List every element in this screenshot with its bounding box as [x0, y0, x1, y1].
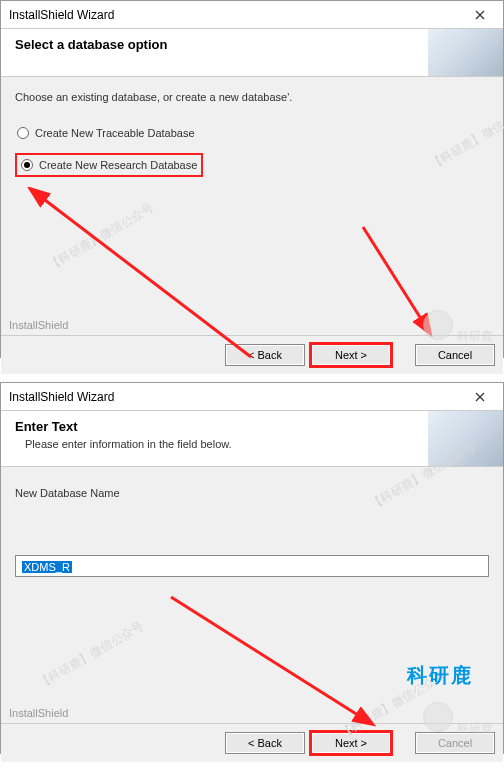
- window-title: InstallShield Wizard: [9, 390, 114, 404]
- radio-label: Create New Traceable Database: [35, 127, 195, 139]
- watermark-badge: 科研鹿: [423, 702, 493, 737]
- instruction-text: Choose an existing database, or create a…: [15, 91, 489, 103]
- highlight-research-option: Create New Research Database: [15, 153, 203, 177]
- titlebar: InstallShield Wizard: [1, 1, 503, 29]
- close-icon: [475, 10, 485, 20]
- radio-label: Create New Research Database: [39, 159, 197, 171]
- next-button[interactable]: Next >: [311, 732, 391, 754]
- header-banner-image: [428, 29, 503, 76]
- header-banner-image: [428, 411, 503, 466]
- titlebar: InstallShield Wizard: [1, 383, 503, 411]
- back-button[interactable]: < Back: [225, 344, 305, 366]
- dialog-body: Choose an existing database, or create a…: [1, 77, 503, 335]
- radio-research[interactable]: Create New Research Database: [21, 157, 197, 173]
- dialog-select-database: InstallShield Wizard Select a database o…: [0, 0, 504, 358]
- svg-line-2: [171, 597, 361, 717]
- next-button[interactable]: Next >: [311, 344, 391, 366]
- radio-icon: [17, 127, 29, 139]
- watermark-badge: 科研鹿: [423, 310, 493, 345]
- input-label: New Database Name: [15, 481, 489, 505]
- watermark-logo: 科研鹿: [407, 662, 473, 689]
- brand-label: InstallShield: [9, 707, 68, 719]
- cancel-button[interactable]: Cancel: [415, 344, 495, 366]
- watermark-text: 【科研鹿】微信公众号: [45, 199, 157, 274]
- brand-label: InstallShield: [9, 319, 68, 331]
- database-name-input[interactable]: XDMS_R: [15, 555, 489, 577]
- dialog-header: Enter Text Please enter information in t…: [1, 411, 503, 467]
- watermark-text: 【科研鹿】微信公众号: [35, 617, 147, 692]
- dialog-header: Select a database option: [1, 29, 503, 77]
- svg-line-1: [363, 227, 423, 322]
- dialog-enter-text: InstallShield Wizard Enter Text Please e…: [0, 382, 504, 754]
- page-subtitle: Please enter information in the field be…: [25, 438, 489, 450]
- page-title: Enter Text: [15, 419, 489, 434]
- input-value: XDMS_R: [22, 561, 72, 573]
- back-button[interactable]: < Back: [225, 732, 305, 754]
- annotation-arrow: [151, 587, 411, 737]
- radio-traceable[interactable]: Create New Traceable Database: [17, 125, 489, 141]
- close-button[interactable]: [459, 384, 501, 410]
- page-title: Select a database option: [15, 37, 489, 52]
- close-icon: [475, 392, 485, 402]
- close-button[interactable]: [459, 2, 501, 28]
- window-title: InstallShield Wizard: [9, 8, 114, 22]
- radio-icon: [21, 159, 33, 171]
- svg-line-0: [41, 197, 251, 357]
- dialog-body: New Database Name XDMS_R InstallShield 【…: [1, 467, 503, 723]
